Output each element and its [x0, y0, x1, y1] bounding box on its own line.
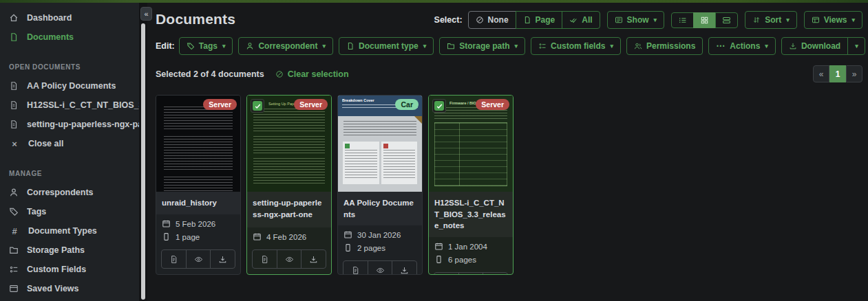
sidebar-item-document-types[interactable]: # Document Types — [0, 221, 139, 241]
edit-storage-path-button[interactable]: Storage path ▾ — [439, 37, 525, 55]
sidebar-item-tags[interactable]: Tags — [0, 202, 139, 221]
edit-document-button[interactable] — [162, 250, 186, 268]
tag-badge[interactable]: Server — [203, 99, 237, 110]
document-card-unraid-history[interactable]: Server unraid_history 5 Feb 2026 — [156, 95, 241, 275]
grid-view-button[interactable] — [693, 12, 716, 28]
people-icon — [634, 42, 642, 50]
open-doc-h12ssl[interactable]: H12SSL-i_C_CT_NT_BIOS_3.3_rele... — [0, 96, 139, 115]
actions-label: Actions — [730, 41, 760, 52]
edit-document-button[interactable] — [253, 250, 277, 268]
download-document-button[interactable] — [392, 261, 416, 275]
sidebar-item-custom-fields[interactable]: Custom Fields — [0, 260, 139, 279]
show-dropdown-button[interactable]: Show ▾ — [607, 11, 665, 29]
sort-dropdown-button[interactable]: Sort ▾ — [745, 11, 797, 29]
download-options-button[interactable]: ▾ — [847, 37, 865, 55]
person-icon — [246, 42, 254, 50]
sidebar-item-storage-paths[interactable]: Storage Paths — [0, 241, 139, 260]
document-pages: 1 page — [176, 233, 200, 241]
card-title-box: setting-up-paperless-ngx-part-one — [247, 192, 331, 227]
list-view-button[interactable] — [671, 12, 694, 28]
document-icon — [346, 42, 354, 50]
document-date: 1 Jan 2004 — [448, 243, 487, 251]
edit-document-type-button[interactable]: Document type ▾ — [339, 37, 434, 55]
sidebar-collapse-button[interactable]: « — [140, 7, 152, 21]
document-card-aa-policy[interactable]: Car Breakdown Cover AA Policy — [337, 95, 423, 275]
document-thumbnail[interactable]: Car Breakdown Cover — [338, 96, 422, 192]
tag-icon — [187, 42, 195, 50]
sidebar-item-workflows[interactable]: Workflows — [0, 298, 139, 301]
views-dropdown-button[interactable]: Views ▾ — [804, 11, 862, 29]
edit-document-button[interactable] — [343, 261, 368, 275]
detail-view-button[interactable] — [715, 12, 738, 28]
edit-document-button[interactable] — [434, 273, 458, 275]
chevron-down-icon: ▾ — [222, 43, 226, 49]
panel-lines-icon — [615, 16, 623, 24]
actions-dropdown-button[interactable]: ⋯ Actions ▾ — [708, 37, 776, 55]
document-thumbnail[interactable]: Server Setting Up Paperless NGX (Part On… — [247, 96, 331, 192]
edit-label: Edit: — [156, 41, 175, 51]
document-card-setting-up-paperless[interactable]: Server Setting Up Paperless NGX (Part On… — [246, 95, 332, 275]
preview-document-button[interactable] — [186, 250, 211, 268]
scrollbar-thumb[interactable] — [141, 23, 145, 300]
calendar-icon — [343, 230, 352, 239]
tag-badge[interactable]: Car — [395, 99, 419, 110]
sidebar-item-dashboard[interactable]: Dashboard — [0, 8, 139, 27]
select-page-button[interactable]: Page — [516, 11, 563, 29]
pagination-next-button[interactable]: » — [846, 65, 862, 82]
close-all-button[interactable]: × Close all — [0, 134, 139, 153]
select-label: Select: — [434, 15, 463, 25]
edit-tags-button[interactable]: Tags ▾ — [179, 37, 233, 55]
folder-icon — [9, 245, 19, 255]
document-thumbnail[interactable]: Server — [156, 96, 240, 192]
download-icon — [789, 42, 797, 50]
chevron-down-icon: ▾ — [855, 43, 858, 49]
pagination-page-1[interactable]: 1 — [829, 65, 846, 82]
selected-checkbox[interactable] — [251, 99, 264, 113]
tag-badge[interactable]: Server — [476, 99, 509, 110]
selected-checkbox[interactable] — [432, 99, 446, 113]
open-doc-setting-up-paperless[interactable]: setting-up-paperless-ngx-part-one — [0, 115, 139, 134]
documents-page: Documents Select: None Page — [147, 3, 868, 301]
download-document-button[interactable] — [483, 273, 507, 275]
select-button-group: None Page All — [468, 11, 600, 29]
document-date: 30 Jan 2026 — [357, 231, 401, 239]
selection-row: Selected 2 of 4 documents Clear selectio… — [156, 65, 862, 82]
pagination: « 1 » — [813, 65, 862, 82]
document-date: 5 Feb 2026 — [176, 220, 215, 228]
views-layout-icon — [812, 16, 820, 24]
preview-document-button[interactable] — [277, 250, 301, 268]
preview-document-button[interactable] — [458, 273, 483, 275]
select-none-button[interactable]: None — [468, 11, 516, 29]
chevron-down-icon: ▾ — [610, 43, 613, 49]
download-document-button[interactable] — [210, 250, 235, 268]
document-card-h12ssl-bios[interactable]: Server Firmware / BIOS Release Notes For… — [428, 95, 514, 275]
document-date: 4 Feb 2026 — [266, 233, 306, 241]
document-text-icon — [9, 81, 19, 91]
edit-permissions-button[interactable]: Permissions — [626, 37, 703, 55]
clear-selection-link[interactable]: Clear selection — [275, 69, 349, 79]
pagination-prev-button[interactable]: « — [813, 65, 829, 82]
edit-custom-fields-button[interactable]: Custom fields ▾ — [531, 37, 621, 55]
open-doc-aa-policy[interactable]: AA Policy Documents — [0, 76, 139, 96]
document-notes-icon — [260, 255, 269, 264]
checklist-icon — [9, 265, 19, 274]
edit-storage-path-label: Storage path — [459, 41, 509, 52]
card-action-group — [434, 272, 508, 275]
sidebar-item-saved-views[interactable]: Saved Views — [0, 279, 139, 298]
card-action-group — [252, 249, 326, 269]
tag-badge[interactable]: Server — [294, 99, 328, 110]
download-document-button[interactable] — [301, 250, 326, 268]
card-meta: 30 Jan 2026 2 pages — [338, 225, 422, 258]
clear-selection-label: Clear selection — [288, 69, 349, 79]
edit-correspondent-button[interactable]: Correspondent ▾ — [238, 37, 333, 55]
preview-document-button[interactable] — [368, 261, 392, 275]
sidebar-item-correspondents[interactable]: Correspondents — [0, 183, 139, 202]
document-title: AA Policy Documents — [343, 197, 416, 220]
document-text-icon — [9, 120, 19, 129]
download-button[interactable]: Download — [781, 37, 848, 55]
document-thumbnail[interactable]: Server Firmware / BIOS Release Notes For… — [429, 96, 513, 192]
sidebar-item-documents[interactable]: Documents — [0, 27, 139, 47]
select-all-button[interactable]: All — [562, 11, 600, 29]
document-notes-icon — [351, 266, 360, 275]
document-title: unraid_history — [162, 197, 235, 209]
